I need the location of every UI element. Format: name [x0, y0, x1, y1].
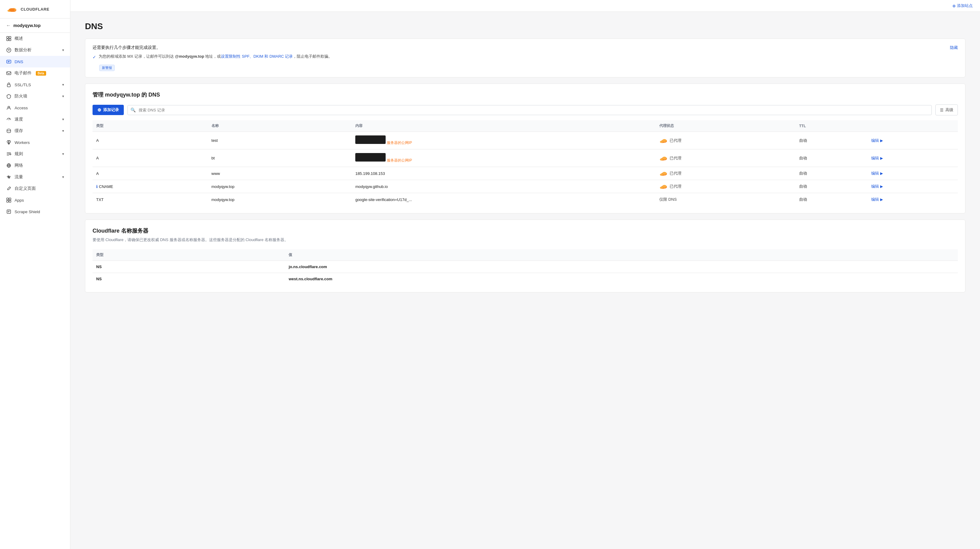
main-content: ⊕ 添加站点 DNS 还需要执行几个步骤才能完成设置。 ✓ 为您的根域添加 MX… — [70, 0, 980, 549]
ns-col-type: 类型 — [92, 249, 285, 261]
record-content: 服务器的公网IP — [352, 149, 655, 167]
add-site-button[interactable]: ⊕ 添加站点 — [952, 3, 973, 8]
table-row: A bt 服务器的公网IP — [92, 149, 958, 167]
proxy-cloud-icon — [659, 171, 668, 176]
record-name: modyqyw.top — [208, 193, 352, 206]
sidebar-nav: 概述 数据分析 ▾ DNS 电子邮件 Beta — [0, 33, 70, 217]
nameservers-box: Cloudflare 名称服务器 要使用 Cloudflare，请确保已更改权威… — [85, 220, 966, 292]
ns-col-value: 值 — [285, 249, 958, 261]
record-type: A — [92, 167, 208, 180]
cloudflare-logo-text: CLOUDFLARE — [21, 7, 49, 11]
record-proxy: 已代理 — [655, 167, 795, 180]
sidebar-item-access[interactable]: Access — [0, 102, 70, 113]
sidebar-item-ssl[interactable]: SSL/TLS ▾ — [0, 79, 70, 91]
sidebar-item-speed[interactable]: 速度 ▾ — [0, 113, 70, 125]
logo-area: CLOUDFLARE — [0, 0, 70, 19]
col-proxy: 代理状态 — [655, 120, 795, 132]
sidebar-item-dns-label: DNS — [14, 59, 23, 64]
lock-icon — [6, 82, 11, 88]
record-type: A — [92, 149, 208, 167]
sidebar-item-rules[interactable]: 规则 ▾ — [0, 148, 70, 160]
sidebar-item-custom-pages-label: 自定义页面 — [14, 186, 36, 191]
notice-domain: modyqyw.top — [179, 54, 204, 59]
custom-icon — [6, 186, 11, 191]
proxy-cloud-icon — [659, 138, 668, 143]
chevron-down-icon: ▾ — [62, 48, 64, 52]
svg-rect-8 — [9, 39, 11, 41]
col-name: 名称 — [208, 120, 352, 132]
apps-icon — [6, 197, 11, 203]
edit-button[interactable]: 编辑 — [871, 171, 879, 176]
svg-rect-7 — [7, 39, 8, 41]
sidebar-item-ssl-label: SSL/TLS — [14, 83, 31, 87]
sidebar-item-custom-pages[interactable]: 自定义页面 — [0, 183, 70, 194]
edit-button[interactable]: 编辑 — [871, 184, 879, 188]
sidebar-item-overview-label: 概述 — [14, 36, 23, 41]
hide-notice-button[interactable]: 隐藏 — [950, 45, 958, 50]
record-content: 服务器的公网IP — [352, 132, 655, 149]
sidebar-item-network[interactable]: 网络 — [0, 160, 70, 171]
ns-table-body: NS jo.ns.cloudflare.com NS west.ns.cloud… — [92, 261, 958, 285]
dns-manage-title: 管理 modyqyw.top 的 DNS — [92, 91, 958, 98]
back-arrow-icon[interactable]: ← — [6, 23, 11, 28]
sidebar-item-dns[interactable]: DNS — [0, 56, 70, 67]
sidebar-item-traffic[interactable]: 流量 ▾ — [0, 171, 70, 183]
sidebar-item-email[interactable]: 电子邮件 Beta — [0, 67, 70, 79]
table-row: A test 服务器的公网IP — [92, 132, 958, 149]
sidebar-item-workers[interactable]: Workers — [0, 137, 70, 148]
domain-header[interactable]: ← modyqyw.top — [0, 19, 70, 33]
dns-toolbar: ⊕ 添加记录 🔍 ☰ 高级 — [92, 104, 958, 115]
edit-button[interactable]: 编辑 — [871, 197, 879, 202]
sidebar-item-scrape-shield[interactable]: Scrape Shield — [0, 206, 70, 217]
dns-table: 类型 名称 内容 代理状态 TTL A test — [92, 120, 958, 206]
add-icon: ⊕ — [97, 107, 101, 113]
search-input[interactable] — [127, 105, 932, 115]
edit-button[interactable]: 编辑 — [871, 138, 879, 143]
record-content: google-site-verification=U17d_... — [352, 193, 655, 206]
scrape-icon — [6, 209, 11, 214]
search-box: 🔍 — [127, 105, 932, 115]
record-proxy: 仅限 DNS — [655, 193, 795, 206]
svg-rect-12 — [7, 72, 11, 75]
sidebar-item-apps[interactable]: Apps — [0, 194, 70, 206]
add-record-button[interactable]: ⊕ 添加记录 — [92, 105, 124, 115]
page-title: DNS — [85, 22, 966, 31]
record-type: TXT — [92, 193, 208, 206]
svg-point-36 — [662, 172, 667, 175]
page-content: DNS 还需要执行几个步骤才能完成设置。 ✓ 为您的根域添加 MX 记录，让邮件… — [70, 12, 980, 302]
record-edit: 编辑 ▶ — [867, 193, 958, 206]
edit-arrow-icon: ▶ — [880, 156, 883, 160]
record-proxy: 已代理 — [655, 132, 795, 149]
list-icon: ☰ — [940, 108, 943, 112]
sidebar-item-firewall[interactable]: 防火墙 ▾ — [0, 91, 70, 102]
edit-button[interactable]: 编辑 — [871, 156, 879, 160]
table-row: TXT modyqyw.top google-site-verification… — [92, 193, 958, 206]
svg-point-40 — [662, 185, 667, 188]
svg-rect-6 — [9, 37, 11, 38]
chevron-down-icon: ▾ — [62, 152, 64, 156]
grid-icon — [6, 36, 11, 41]
sidebar-item-email-label: 电子邮件 — [14, 70, 32, 76]
svg-point-32 — [662, 157, 667, 160]
sidebar-item-analytics[interactable]: 数据分析 ▾ — [0, 44, 70, 56]
ns-type: NS — [92, 273, 285, 285]
notice-item-1: ✓ 为您的根域添加 MX 记录，让邮件可以到达 @modyqyw.top 地址，… — [92, 53, 945, 61]
new-alert-button[interactable]: 新警报 — [99, 65, 115, 71]
notice-content: 还需要执行几个步骤才能完成设置。 ✓ 为您的根域添加 MX 记录，让邮件可以到达… — [92, 45, 945, 71]
svg-point-16 — [10, 154, 11, 155]
notice-spf-dkim-link[interactable]: 设置限制性 SPF、DKIM 和 DMARC 记录 — [221, 54, 293, 59]
advanced-label: 高级 — [945, 107, 953, 113]
domain-name: modyqyw.top — [13, 23, 41, 28]
sidebar-item-overview[interactable]: 概述 — [0, 33, 70, 44]
sidebar-item-analytics-label: 数据分析 — [14, 47, 32, 53]
sidebar-item-cache[interactable]: 缓存 ▾ — [0, 125, 70, 137]
ns-table-header: 类型 值 — [92, 249, 958, 261]
edit-arrow-icon: ▶ — [880, 184, 883, 188]
dns-manage-domain: modyqyw.top — [105, 92, 140, 98]
table-row: NS west.ns.cloudflare.com — [92, 273, 958, 285]
svg-rect-22 — [7, 200, 8, 202]
record-type: ℹCNAME — [92, 180, 208, 193]
proxy-status-label: 已代理 — [670, 138, 681, 143]
advanced-button[interactable]: ☰ 高级 — [935, 104, 958, 115]
proxy-status-label: 已代理 — [670, 155, 681, 161]
